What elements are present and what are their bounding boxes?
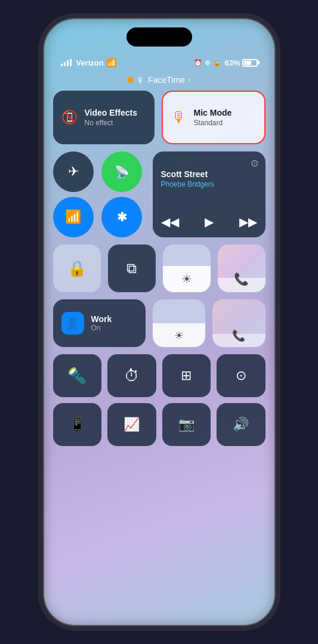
play-button[interactable]: ▶ — [205, 215, 214, 229]
cellular-icon: 📡 — [115, 165, 129, 179]
slider-column: ☀ — [163, 244, 211, 292]
top-row: 📵 Video Effects No effect 🎙 Mic Mode Sta… — [53, 91, 265, 144]
facetime-live-dot — [127, 77, 133, 83]
lock-rotation-button[interactable]: 🔒 — [53, 244, 101, 292]
brightness-large-slider[interactable]: ☀ — [153, 299, 206, 347]
song-artist: Phoebe Bridgers — [161, 180, 257, 188]
work-on-tile[interactable]: 👤 Work On — [53, 299, 146, 347]
battery-icon — [242, 59, 258, 67]
wifi-button[interactable]: 📶 — [53, 197, 94, 237]
signal-bars — [61, 59, 72, 66]
alarm-icon: ⏰ — [194, 59, 202, 67]
bottom-grid-row2: 📱 📈 📷 🔊 — [53, 403, 265, 446]
soundboard-icon: 🔊 — [233, 417, 249, 432]
video-effects-tile[interactable]: 📵 Video Effects No effect — [53, 91, 155, 144]
now-playing-tile[interactable]: ⊙ Scott Street Phoebe Bridgers ◀◀ ▶ ▶▶ — [153, 151, 265, 237]
stocks-icon: 📈 — [124, 417, 140, 432]
signal-bar-2 — [64, 62, 66, 66]
remote-icon: 📱 — [69, 417, 85, 432]
fourth-row: 👤 Work On ☀ 📞 — [53, 299, 265, 347]
camera-icon: 📷 — [178, 417, 194, 432]
work-text-group: Work On — [91, 314, 112, 332]
brightness-icon: ☀ — [181, 272, 192, 286]
bluetooth-button[interactable]: ✱ — [101, 197, 142, 237]
control-center: 📵 Video Effects No effect 🎙 Mic Mode Sta… — [53, 91, 265, 607]
mic-mode-tile[interactable]: 🎙 Mic Mode Standard — [162, 91, 265, 144]
battery-container: 63% — [224, 58, 257, 67]
work-focus-icon: 👤 — [61, 312, 84, 335]
volume-large-icon: 📞 — [232, 329, 245, 342]
status-icons: ⏰ ⊕ 🔒 — [194, 58, 221, 67]
video-effects-title: Video Effects — [85, 108, 137, 117]
forward-button[interactable]: ▶▶ — [239, 215, 257, 229]
video-effects-text-group: Video Effects No effect — [85, 108, 137, 127]
wifi-icon: 📶 — [106, 58, 116, 67]
screen-record-button[interactable]: ⊙ — [217, 354, 265, 397]
signal-bar-1 — [61, 64, 63, 66]
calculator-button[interactable]: ⊞ — [162, 354, 211, 397]
volume-icon: 📞 — [234, 272, 249, 286]
lock-icon: 🔒 — [213, 59, 221, 67]
connectivity-grid: ✈ 📡 📶 ✱ — [53, 151, 146, 237]
lock-rotation-icon: 🔒 — [67, 259, 87, 278]
camera-button[interactable]: 📷 — [162, 403, 211, 446]
soundboard-button[interactable]: 🔊 — [217, 403, 265, 446]
carrier-label: Verizon — [76, 58, 104, 67]
signal-bar-3 — [67, 60, 69, 66]
video-effects-subtitle: No effect — [85, 119, 137, 127]
timer-icon: ⏱ — [124, 367, 140, 385]
airplane-mode-button[interactable]: ✈ — [53, 151, 94, 192]
brightness-large-icon: ☀ — [174, 329, 184, 342]
status-left: Verizon 📶 — [61, 58, 116, 67]
facetime-chevron-icon: › — [189, 76, 191, 84]
rewind-button[interactable]: ◀◀ — [161, 215, 179, 229]
volume-slider[interactable]: 📞 — [218, 244, 265, 292]
timer-button[interactable]: ⏱ — [107, 354, 156, 397]
flashlight-icon: 🔦 — [67, 367, 87, 385]
third-row: 🔒 ⧉ ☀ 📞 — [53, 244, 265, 292]
status-right: ⏰ ⊕ 🔒 63% — [194, 58, 257, 67]
screen-mirror-button[interactable]: ⧉ — [108, 244, 156, 292]
status-bar: Verizon 📶 ⏰ ⊕ 🔒 63% — [44, 54, 274, 72]
mic-mode-icon: 🎙 — [171, 109, 187, 127]
stocks-button[interactable]: 📈 — [107, 403, 156, 446]
flashlight-button[interactable]: 🔦 — [53, 354, 102, 397]
dynamic-island — [126, 27, 192, 47]
phone-frame: Verizon 📶 ⏰ ⊕ 🔒 63% 🎙 — [43, 18, 276, 626]
phone-screen: Verizon 📶 ⏰ ⊕ 🔒 63% 🎙 — [44, 19, 274, 625]
video-effects-icon: 📵 — [61, 110, 78, 125]
screen-mirror-icon: ⧉ — [126, 260, 137, 277]
bluetooth-icon: ✱ — [117, 210, 127, 224]
playback-controls: ◀◀ ▶ ▶▶ — [161, 215, 257, 229]
remote-button[interactable]: 📱 — [53, 403, 102, 446]
volume-column: 📞 — [218, 244, 265, 292]
airplane-icon: ✈ — [68, 164, 79, 179]
bottom-grid-row1: 🔦 ⏱ ⊞ ⊙ — [53, 354, 265, 397]
work-person-icon: 👤 — [65, 316, 80, 330]
airplay-icon: ⊙ — [251, 157, 258, 169]
signal-bar-4 — [70, 59, 72, 66]
mic-mode-subtitle: Standard — [194, 119, 232, 127]
battery-percent: 63% — [224, 58, 240, 67]
facetime-bar[interactable]: 🎙 FaceTime › — [127, 75, 191, 85]
now-playing-info: Scott Street Phoebe Bridgers — [161, 160, 257, 188]
location-icon: ⊕ — [205, 58, 211, 67]
facetime-label: FaceTime — [148, 75, 185, 85]
mic-mode-text-group: Mic Mode Standard — [194, 108, 232, 127]
brightness-slider[interactable]: ☀ — [163, 244, 211, 292]
work-title: Work — [91, 314, 112, 324]
wifi-control-icon: 📶 — [65, 209, 81, 225]
work-subtitle: On — [91, 324, 112, 332]
cellular-button[interactable]: 📡 — [101, 151, 142, 192]
facetime-mic-icon: 🎙 — [137, 76, 144, 85]
screen-record-icon: ⊙ — [236, 368, 246, 383]
battery-fill — [244, 61, 252, 65]
mic-mode-title: Mic Mode — [194, 108, 232, 117]
calculator-icon: ⊞ — [181, 368, 192, 383]
second-row: ✈ 📡 📶 ✱ ⊙ Scott Street — [53, 151, 265, 237]
volume-large-slider[interactable]: 📞 — [212, 299, 265, 347]
song-title: Scott Street — [161, 169, 257, 179]
